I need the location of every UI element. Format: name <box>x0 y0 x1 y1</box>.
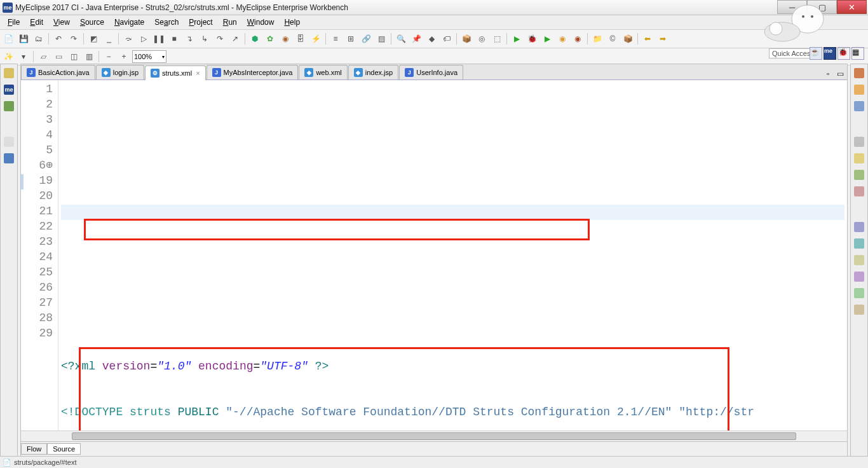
snippets-icon[interactable] <box>4 137 14 147</box>
pin-button[interactable]: 📌 <box>409 32 423 46</box>
menu-window[interactable]: Window <box>242 17 280 28</box>
tab-basicaction[interactable]: JBasicAction.java <box>21 65 95 79</box>
debug-skip-button[interactable]: ⤼ <box>121 32 135 46</box>
save-button[interactable]: 💾 <box>17 32 31 46</box>
properties-icon[interactable] <box>854 137 864 147</box>
run-ext-button[interactable]: ▶ <box>540 32 554 46</box>
type-hierarchy-icon[interactable] <box>4 101 14 111</box>
code-content[interactable]: <?xml version="1.0" encoding="UTF-8" ?> … <box>58 80 847 430</box>
package-button[interactable]: 📦 <box>459 32 473 46</box>
problems-icon[interactable] <box>854 186 864 196</box>
tab-userinfo[interactable]: JUserInfo.java <box>399 65 463 79</box>
scrollbar-thumb[interactable] <box>72 432 796 440</box>
search-view-icon[interactable] <box>854 238 864 249</box>
redo-button[interactable]: ↷ <box>67 32 81 46</box>
dropdown-button[interactable]: ▾ <box>17 50 31 64</box>
tasks-icon[interactable] <box>854 85 864 95</box>
toggle-button[interactable]: ◩ <box>86 32 100 46</box>
menu-help[interactable]: Help <box>279 17 305 28</box>
minimap-icon[interactable] <box>854 101 864 111</box>
save-all-button[interactable]: 🗂 <box>32 32 46 46</box>
forward-button[interactable]: ➡ <box>656 32 670 46</box>
struts-button[interactable]: ⬢ <box>248 32 262 46</box>
layout-2-button[interactable]: ▭ <box>51 50 65 64</box>
menu-project[interactable]: Project <box>184 17 217 28</box>
minimize-button[interactable]: ─ <box>777 0 807 14</box>
layers-button[interactable]: ▤ <box>374 32 388 46</box>
format-button[interactable]: ⎯ <box>102 32 116 46</box>
console-icon[interactable] <box>854 222 864 232</box>
mark-button[interactable]: ◆ <box>424 32 438 46</box>
debug-stepinto-button[interactable]: ↳ <box>198 32 212 46</box>
service-button[interactable]: ⚡ <box>309 32 323 46</box>
terminal-icon[interactable] <box>854 305 864 315</box>
search-button[interactable]: 🔍 <box>394 32 408 46</box>
menu-run[interactable]: Run <box>218 17 242 28</box>
new-proj-button[interactable]: 📁 <box>590 32 604 46</box>
maximize-button[interactable]: ▢ <box>807 0 837 14</box>
code-editor[interactable]: 123456⊕1920212223242526272829 <?xml vers… <box>21 80 847 430</box>
zoom-out-button[interactable]: − <box>102 50 116 64</box>
new-pkg-button[interactable]: 📦 <box>621 32 635 46</box>
debug-stepover-button[interactable]: ↷ <box>213 32 227 46</box>
grid-button[interactable]: ⊞ <box>344 32 358 46</box>
run-button[interactable]: ▶ <box>510 32 524 46</box>
close-button[interactable]: ✕ <box>837 0 867 14</box>
new-button[interactable]: 📄 <box>1 32 15 46</box>
snippets2-icon[interactable] <box>854 170 864 180</box>
history-icon[interactable] <box>854 255 864 265</box>
outline-icon[interactable] <box>854 68 864 78</box>
debug-resume-button[interactable]: ▷ <box>137 32 151 46</box>
menu-source[interactable]: Source <box>75 17 109 28</box>
editor-minimize-button[interactable]: ▫ <box>827 69 837 79</box>
perspective-java-icon[interactable]: ☕ <box>810 47 822 60</box>
menu-search[interactable]: Search <box>149 17 184 28</box>
debug-pause-button[interactable]: ❚❚ <box>152 32 166 46</box>
tab-web-xml[interactable]: ◆web.xml <box>299 65 347 79</box>
horizontal-scrollbar[interactable] <box>21 430 847 441</box>
perspective-other-icon[interactable]: ▦ <box>851 47 864 60</box>
tab-struts-xml[interactable]: ⚙struts.xml× <box>145 65 206 80</box>
open-type-button[interactable]: ◎ <box>475 32 489 46</box>
perspective-myeclipse-icon[interactable]: me <box>824 47 836 60</box>
tag-button[interactable]: 🏷 <box>440 32 454 46</box>
profile-button[interactable]: ◉ <box>571 32 585 46</box>
debug-stepout-button[interactable]: ↗ <box>228 32 242 46</box>
perspective-debug-icon[interactable]: 🐞 <box>837 47 850 60</box>
call-hierarchy-icon[interactable] <box>854 272 864 282</box>
layout-1-button[interactable]: ▱ <box>36 50 50 64</box>
new-class-button[interactable]: © <box>606 32 620 46</box>
image-preview-icon[interactable] <box>4 153 14 163</box>
back-button[interactable]: ⬅ <box>641 32 654 46</box>
undo-button[interactable]: ↶ <box>51 32 65 46</box>
myeclipse-view-icon[interactable]: me <box>4 85 14 95</box>
layout-4-button[interactable]: ▥ <box>82 50 96 64</box>
align-left-button[interactable]: ≡ <box>329 32 342 46</box>
zoom-input[interactable]: 100%▾ <box>132 50 166 63</box>
close-tab-icon[interactable]: × <box>196 69 200 77</box>
spring-button[interactable]: ✿ <box>263 32 277 46</box>
coverage-view-icon[interactable] <box>854 288 864 298</box>
tab-login-jsp[interactable]: ◆login.jsp <box>96 65 144 79</box>
tab-index-jsp[interactable]: ◆index.jsp <box>348 65 398 79</box>
servers-icon[interactable] <box>854 153 864 163</box>
debug-stop-button[interactable]: ■ <box>167 32 181 46</box>
menu-view[interactable]: View <box>48 17 75 28</box>
zoom-in-button[interactable]: + <box>117 50 131 64</box>
wizard-button[interactable]: ✨ <box>1 50 15 64</box>
debug-step-button[interactable]: ↴ <box>182 32 196 46</box>
flow-tab[interactable]: Flow <box>21 443 47 455</box>
link-button[interactable]: 🔗 <box>359 32 373 46</box>
tab-myabsinterceptor[interactable]: JMyAbsInterceptor.java <box>207 65 299 79</box>
package-explorer-icon[interactable] <box>4 68 14 78</box>
menu-file[interactable]: File <box>3 17 25 28</box>
task-button[interactable]: ⬚ <box>490 32 504 46</box>
hibernate-button[interactable]: ◉ <box>278 32 292 46</box>
coverage-button[interactable]: ◉ <box>555 32 569 46</box>
source-tab[interactable]: Source <box>47 443 81 455</box>
layout-3-button[interactable]: ◫ <box>67 50 81 64</box>
menu-edit[interactable]: Edit <box>25 17 48 28</box>
editor-maximize-button[interactable]: ▭ <box>837 69 847 79</box>
debug-button[interactable]: 🐞 <box>525 32 539 46</box>
db-button[interactable]: 🗄 <box>294 32 308 46</box>
